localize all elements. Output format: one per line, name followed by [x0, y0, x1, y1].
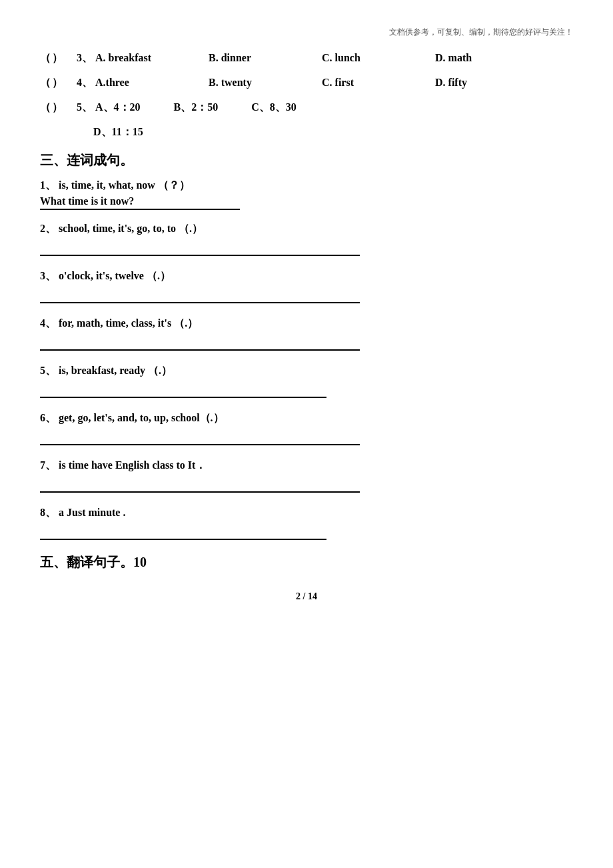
item6-prompt: get, go, let's, and, to, up, school（.） — [59, 412, 224, 423]
q3-optB: B. dinner — [209, 52, 302, 64]
item1-prompt: is, time, it, what, now （？） — [59, 179, 190, 191]
item4-blank — [40, 336, 360, 351]
item4-num: 4、 — [40, 317, 56, 329]
exercise-item-5: 5、 is, breakfast, ready （.） — [40, 364, 573, 398]
item2-blank — [40, 241, 360, 256]
exercise-item-8: 8、 a Just minute . — [40, 506, 573, 540]
q4-optD: D. fifty — [435, 77, 528, 89]
q3-optC: C. lunch — [322, 52, 415, 64]
page-footer: 2 / 14 — [40, 591, 573, 602]
q3-num: 3、 — [77, 51, 93, 65]
item3-blank — [40, 289, 360, 303]
q3-optD: D. math — [435, 52, 528, 64]
item6-blank — [40, 431, 360, 445]
exercise-line-4: 4、 for, math, time, class, it's （.） — [40, 317, 573, 331]
exercise-item-4: 4、 for, math, time, class, it's （.） — [40, 317, 573, 351]
mc-row-4: （ ） 4、 A.three B. twenty C. first D. fif… — [40, 76, 573, 90]
exercise-item-1: 1、 is, time, it, what, now （？） What time… — [40, 179, 573, 210]
item7-prompt: is time have English class to It． — [59, 459, 206, 471]
q4-num: 4、 — [77, 76, 93, 90]
item1-num: 1、 — [40, 179, 56, 191]
item8-prompt: a Just minute . — [59, 507, 125, 518]
mc-row-3: （ ） 3、 A. breakfast B. dinner C. lunch D… — [40, 51, 573, 65]
q5-paren-group: （ ） — [40, 101, 77, 115]
q3-paren-group: （ ） — [40, 51, 77, 65]
mc-row-5: （ ） 5、 A、4：20 B、2：50 C、8、30 — [40, 101, 573, 115]
q5-optC: C、8、30 — [251, 101, 297, 115]
q4-options: A.three B. twenty C. first D. fifty — [95, 77, 528, 89]
q4-optA: A.three — [95, 77, 189, 89]
exercise-item-7: 7、 is time have English class to It． — [40, 459, 573, 493]
item5-prompt: is, breakfast, ready （.） — [59, 365, 172, 376]
q5-options: A、4：20 B、2：50 C、8、30 — [95, 101, 297, 115]
q5-optB: B、2：50 — [174, 101, 219, 115]
section3-title: 三、连词成句。 — [40, 151, 573, 169]
item3-num: 3、 — [40, 270, 56, 281]
item7-blank — [40, 478, 360, 493]
section5-title: 五、翻译句子。10 — [40, 553, 573, 571]
q5-num: 5、 — [77, 101, 93, 115]
item5-num: 5、 — [40, 365, 56, 376]
header-note: 文档供参考，可复制、编制，期待您的好评与关注！ — [40, 27, 573, 38]
item2-num: 2、 — [40, 223, 56, 234]
item3-prompt: o'clock, it's, twelve （.） — [59, 270, 171, 281]
item6-num: 6、 — [40, 412, 56, 423]
exercise-line-6: 6、 get, go, let's, and, to, up, school（.… — [40, 411, 573, 425]
exercise-line-7: 7、 is time have English class to It． — [40, 459, 573, 473]
item2-prompt: school, time, it's, go, to, to （.） — [59, 223, 203, 234]
item8-num: 8、 — [40, 507, 56, 518]
q5-optD: D、11：15 — [93, 125, 573, 139]
q3-optA: A. breakfast — [95, 52, 189, 64]
item1-answer: What time is it now? — [40, 195, 240, 210]
exercise-line-5: 5、 is, breakfast, ready （.） — [40, 364, 573, 378]
exercise-item-2: 2、 school, time, it's, go, to, to （.） — [40, 222, 573, 256]
exercise-line-8: 8、 a Just minute . — [40, 506, 573, 520]
exercise-item-6: 6、 get, go, let's, and, to, up, school（.… — [40, 411, 573, 445]
item5-blank — [40, 383, 326, 398]
q3-options: A. breakfast B. dinner C. lunch D. math — [95, 52, 528, 64]
q4-optB: B. twenty — [209, 77, 302, 89]
q5-optA: A、4：20 — [95, 101, 141, 115]
q4-optC: C. first — [322, 77, 415, 89]
item4-prompt: for, math, time, class, it's （.） — [59, 317, 198, 329]
item8-blank — [40, 525, 326, 540]
exercise-line-1: 1、 is, time, it, what, now （？） — [40, 179, 573, 193]
exercise-line-2: 2、 school, time, it's, go, to, to （.） — [40, 222, 573, 236]
q4-paren-group: （ ） — [40, 76, 77, 90]
page-container: 文档供参考，可复制、编制，期待您的好评与关注！ （ ） 3、 A. breakf… — [0, 0, 613, 868]
exercise-item-3: 3、 o'clock, it's, twelve （.） — [40, 269, 573, 303]
item7-num: 7、 — [40, 459, 56, 471]
exercise-line-3: 3、 o'clock, it's, twelve （.） — [40, 269, 573, 283]
